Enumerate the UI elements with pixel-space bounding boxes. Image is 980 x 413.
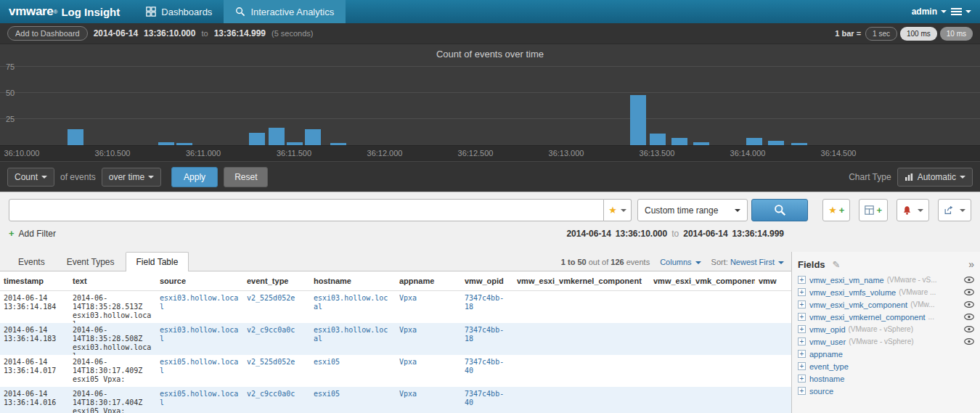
table-row[interactable]: 2014-06-14 13:36:14.1842014-06-14T18:35:… [0,291,791,323]
expand-plus-icon[interactable]: + [798,362,806,370]
expand-plus-icon[interactable]: + [798,338,806,345]
cell-hostname[interactable]: esxi03.hollow.local [310,323,396,355]
search-input[interactable] [9,199,604,221]
field-name[interactable]: vmw_opid [809,325,846,334]
export-dropdown[interactable] [938,199,971,221]
expand-plus-icon[interactable]: + [798,300,806,308]
alerts-dropdown[interactable] [897,199,929,221]
add-to-dashboard-button[interactable]: Add to Dashboard [7,26,88,41]
field-name[interactable]: vmw_esxi_vmkernel_component [809,313,926,322]
expand-plus-icon[interactable]: + [798,387,806,395]
column-header-vmw_esxi_vmk_component[interactable]: vmw_esxi_vmk_component [650,271,755,290]
field-name[interactable]: hostname [809,375,844,383]
expand-plus-icon[interactable]: + [798,276,806,284]
expand-plus-icon[interactable]: + [798,375,806,383]
chart-bar[interactable] [269,128,285,145]
cell-hostname[interactable]: esxi05 [310,355,396,387]
chart-type-dropdown[interactable]: Automatic [897,168,973,187]
cell-event_type[interactable]: v2_c9cc0a0c [243,323,310,355]
cell-appname[interactable]: Vpxa [396,355,461,387]
chart-bar[interactable] [305,129,321,145]
field-name[interactable]: vmw_esxi_vm_name [809,276,884,285]
field-name[interactable]: vmw_esxi_vmk_component [809,300,907,309]
eye-icon[interactable] [964,289,974,295]
cell-vmw_opid[interactable]: 7347c4bb-40 [461,355,513,387]
tab-field-table[interactable]: Field Table [126,252,189,271]
bar-scale-option-10-ms[interactable]: 10 ms [940,27,973,41]
eye-icon[interactable] [964,301,974,308]
field-name[interactable]: vmw_user [809,338,846,346]
search-button[interactable] [751,199,808,221]
chart-bar[interactable] [630,95,646,145]
column-header-vmw_esxi_vmkernel_component[interactable]: vmw_esxi_vmkernel_component [513,271,650,290]
edit-fields-icon[interactable]: ✎ [833,259,841,270]
tab-event-types[interactable]: Event Types [56,252,126,271]
field-item-appname[interactable]: +appname [798,348,974,360]
main-menu-button[interactable] [951,8,971,15]
column-header-hostname[interactable]: hostname [310,271,396,290]
cell-source[interactable]: esxi05.hollow.local [156,387,243,413]
chart-bar[interactable] [650,134,666,145]
columns-dropdown[interactable]: Columns [660,258,701,266]
column-header-source[interactable]: source [156,271,243,290]
eye-icon[interactable] [964,338,974,345]
chart-bar[interactable] [249,133,265,145]
cell-vmw_opid[interactable]: 7347c4bb-18 [461,291,513,323]
expand-plus-icon[interactable]: + [798,313,806,321]
cell-source[interactable]: esxi05.hollow.local [156,355,243,387]
time-range-dropdown[interactable]: Custom time range [637,199,748,221]
table-row[interactable]: 2014-06-14 13:36:14.1832014-06-14T18:35:… [0,323,791,355]
chart-bar[interactable] [671,138,687,145]
favorite-queries-dropdown[interactable]: ★ [604,199,632,221]
field-item-source[interactable]: +source [798,385,974,397]
field-item-vmw_user[interactable]: +vmw_user(VMware - vSphere) [798,335,974,348]
table-row[interactable]: 2014-06-14 13:36:14.0172014-06-14T18:30:… [0,355,791,387]
cell-appname[interactable]: Vpxa [396,291,461,323]
cell-source[interactable]: esxi03.hollow.local [156,291,243,323]
add-favorite-button[interactable]: ★+ [822,199,850,221]
field-item-hostname[interactable]: +hostname [798,372,974,385]
field-name[interactable]: appname [809,350,843,359]
field-item-vmw_esxi_vmkernel_component[interactable]: +vmw_esxi_vmkernel_component... [798,311,974,323]
over-time-dropdown[interactable]: over time [102,168,161,187]
cell-appname[interactable]: Vpxa [396,323,461,355]
field-name[interactable]: source [809,387,833,396]
field-name[interactable]: vmw_esxi_vmfs_volume [809,288,896,297]
eye-icon[interactable] [964,326,974,332]
field-item-event_type[interactable]: +event_type [798,360,974,372]
cell-vmw_opid[interactable]: 7347c4bb-40 [461,387,513,413]
column-header-vmw_opid[interactable]: vmw_opid [461,271,513,290]
eye-icon[interactable] [964,314,974,320]
field-item-vmw_esxi_vmfs_volume[interactable]: +vmw_esxi_vmfs_volume(VMware ... [798,286,974,298]
nav-tab-interactive-analytics[interactable]: Interactive Analytics [224,0,346,23]
field-item-vmw_esxi_vmk_component[interactable]: +vmw_esxi_vmk_component(VMw... [798,298,974,311]
tab-events[interactable]: Events [7,252,56,271]
cell-source[interactable]: esxi03.hollow.local [156,323,243,355]
cell-event_type[interactable]: v2_525d052e [243,291,310,323]
cell-appname[interactable]: Vpxa [396,387,461,413]
field-item-vmw_opid[interactable]: +vmw_opid(VMware - vSphere) [798,323,974,335]
collapse-panel-icon[interactable]: » [968,258,974,270]
expand-plus-icon[interactable]: + [798,288,806,296]
cell-hostname[interactable]: esxi03.hollow.local [310,291,396,323]
field-name[interactable]: event_type [809,362,849,371]
eye-icon[interactable] [964,277,974,283]
sort-dropdown[interactable]: Newest First [730,258,784,266]
expand-plus-icon[interactable]: + [798,325,806,333]
column-header-vmw[interactable]: vmw [755,271,791,290]
aggregation-function-dropdown[interactable]: Count [7,168,54,187]
cell-event_type[interactable]: v2_525d052e [243,355,310,387]
apply-button[interactable]: Apply [171,167,218,187]
cell-event_type[interactable]: v2_c9cc0a0c [243,387,310,413]
chart-bar[interactable] [68,129,83,145]
bar-scale-option-1-sec[interactable]: 1 sec [865,27,897,41]
column-header-event_type[interactable]: event_type [243,271,310,290]
user-menu[interactable]: admin [912,7,947,17]
column-header-timestamp[interactable]: timestamp [0,271,69,290]
column-header-appname[interactable]: appname [396,271,461,290]
chart-bar[interactable] [746,138,762,145]
add-filter-button[interactable]: Add Filter [19,229,56,239]
nav-tab-dashboards[interactable]: Dashboards [134,0,224,23]
field-item-vmw_esxi_vm_name[interactable]: +vmw_esxi_vm_name(VMware - vS... [798,274,974,286]
table-row[interactable]: 2014-06-14 13:36:14.0162014-06-14T18:30:… [0,387,791,413]
